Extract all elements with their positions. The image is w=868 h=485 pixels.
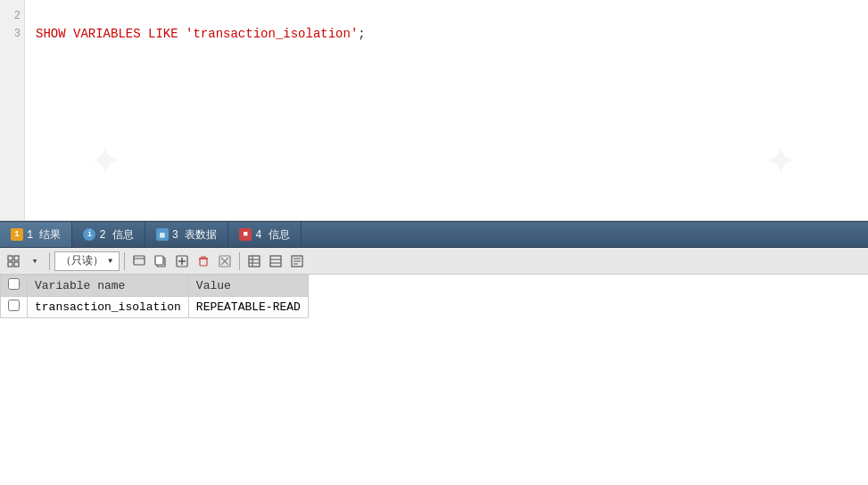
code-line-empty: [36, 7, 861, 25]
col-checkbox-header: [1, 275, 28, 297]
code-line-sql: SHOW VARIABLES LIKE 'transaction_isolati…: [36, 25, 861, 43]
tab-label-1: 1 结果: [27, 227, 61, 242]
svg-rect-3: [14, 262, 19, 267]
svg-rect-2: [8, 262, 12, 267]
watermark-left: ✦: [89, 125, 121, 191]
col-header-value: Value: [188, 275, 308, 297]
toolbar-filter-btn[interactable]: ▾: [25, 251, 45, 271]
toolbar-view-list-btn[interactable]: [266, 251, 285, 271]
tab-icon-2: i: [83, 228, 95, 241]
line-number-2: 2: [0, 7, 24, 25]
toolbar-delete-btn[interactable]: [194, 251, 213, 271]
svg-rect-1: [14, 256, 19, 260]
results-table: Variable name Value transaction_isolatio…: [0, 275, 309, 318]
tab-tabledata[interactable]: ▦ 3 表数据: [145, 222, 228, 247]
svg-rect-11: [200, 259, 207, 266]
tab-icon-3: ▦: [156, 228, 169, 241]
sql-space2: [141, 25, 148, 43]
sql-keyword-show: SHOW: [36, 25, 66, 43]
sql-string-value: 'transaction_isolation': [186, 25, 358, 43]
tab-icon-1: 1: [11, 228, 23, 241]
svg-rect-4: [134, 256, 145, 265]
svg-rect-7: [155, 256, 163, 265]
line-number-3: 3: [0, 25, 24, 43]
tab-label-2: 2 信息: [99, 227, 133, 242]
watermark-right: ✦: [765, 125, 797, 191]
toolbar-refresh-btn[interactable]: [129, 251, 149, 271]
code-content[interactable]: SHOW VARIABLES LIKE 'transaction_isolati…: [29, 0, 868, 50]
row-checkbox-cell: [1, 297, 28, 318]
tab-icon-4: ■: [239, 228, 252, 241]
tab-info1[interactable]: i 2 信息: [72, 222, 145, 247]
toolbar-sep1: [49, 252, 50, 270]
toolbar-add-btn[interactable]: [172, 251, 192, 271]
toolbar-grid-btn[interactable]: [4, 251, 23, 271]
tab-label-3: 3 表数据: [172, 227, 217, 242]
svg-rect-0: [8, 256, 12, 260]
toolbar-copy-btn[interactable]: [151, 251, 170, 271]
toolbar-sep2: [124, 252, 125, 270]
tab-results[interactable]: 1 1 结果: [0, 222, 72, 247]
tab-label-4: 4 信息: [255, 227, 289, 242]
row-checkbox[interactable]: [8, 300, 20, 311]
sql-keyword-variables: VARIABLES: [73, 25, 141, 43]
select-all-checkbox[interactable]: [8, 278, 20, 290]
toolbar-area: ▾ （只读） ▾: [0, 248, 868, 275]
cell-varname: transaction_isolation: [28, 297, 189, 318]
line-numbers: 2 3: [0, 0, 25, 220]
toolbar-view-text-btn[interactable]: [287, 251, 307, 271]
table-area: Variable name Value transaction_isolatio…: [0, 275, 868, 318]
toolbar-view-grid-btn[interactable]: [244, 251, 264, 271]
dropdown-arrow: ▾: [107, 254, 113, 267]
editor-area: 2 3 SHOW VARIABLES LIKE 'transaction_iso…: [0, 0, 868, 221]
table-row[interactable]: transaction_isolation REPEATABLE-READ: [1, 297, 309, 318]
sql-keyword-like: LIKE: [148, 25, 178, 43]
sql-semicolon: ;: [358, 25, 365, 43]
svg-rect-19: [270, 256, 281, 267]
readonly-label: （只读）: [61, 253, 103, 268]
toolbar-sep3: [239, 252, 240, 270]
sql-space3: [178, 25, 186, 43]
col-header-varname: Variable name: [28, 275, 189, 297]
readonly-dropdown[interactable]: （只读） ▾: [54, 251, 120, 271]
sql-space1: [66, 25, 73, 43]
svg-rect-15: [249, 256, 260, 267]
tab-info2[interactable]: ■ 4 信息: [228, 222, 301, 247]
tab-bar: 1 1 结果 i 2 信息 ▦ 3 表数据 ■ 4 信息: [0, 221, 868, 248]
cell-value: REPEATABLE-READ: [188, 297, 308, 318]
toolbar-clear-btn[interactable]: [215, 251, 235, 271]
